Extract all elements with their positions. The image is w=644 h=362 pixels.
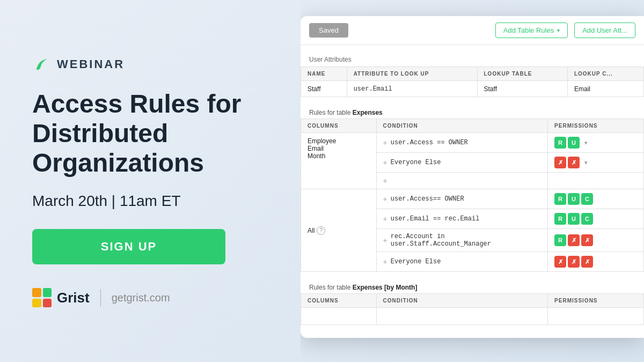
cell-condition-1: + user.Access == OWNER [376,133,548,153]
perm-badge-deny-c: ✗ [581,256,593,268]
table-row: Staff user.Email Staff Email [301,81,644,97]
col-attr: ATTRIBUTE TO LOOK UP [347,67,477,81]
cell-lookup-table: Staff [477,81,567,97]
cell-perms-3 [548,173,644,189]
add-table-rules-button[interactable]: Add Table Rules ▾ [495,23,568,38]
cell-perms-all-3: R ✗ ✗ [548,229,644,252]
help-icon: ? [317,226,325,235]
ui-card: Saved Add Table Rules ▾ Add User Att... … [301,16,644,338]
grist-leaf-icon [32,55,52,74]
add-user-attr-button[interactable]: Add User Att... [574,23,635,38]
cell-lookup-col: Email [567,81,643,97]
perm-badge-deny-r: ✗ [554,256,566,268]
expenses-month-table: COLUMNS CONDITION PERMISSIONS [301,293,644,325]
cell-condition-all-2: + user.Email == rec.Email [376,209,548,229]
vertical-divider [100,289,101,306]
perm-badge-deny-c: ✗ [581,234,593,246]
perm-badge-deny-u: ✗ [568,157,580,168]
cell-attr: user.Email [347,81,477,97]
perm-badge-deny-u: ✗ [568,234,580,246]
sq-yellow [32,299,41,308]
bottom-brand: Grist getgrist.com [32,288,268,307]
sq-orange [32,288,41,297]
perm-badge-deny-u: ✗ [568,256,580,268]
add-table-rules-label: Add Table Rules [503,26,554,34]
saved-button[interactable]: Saved [309,23,348,38]
cell-empty-perms [548,308,644,325]
col-condition-month: CONDITION [376,294,548,308]
sq-green [43,288,52,297]
cell-perms-all-4: ✗ ✗ ✗ [548,252,644,272]
cell-perms-1: R U ▾ [548,133,644,153]
user-attributes-label: User Attributes [301,53,644,67]
col-columns-month: COLUMNS [301,294,377,308]
plus-icon: + [383,257,387,266]
plus-icon: + [383,138,387,147]
left-panel: WEBINAR Access Rules for Distributed Org… [0,0,301,362]
plus-icon: + [383,158,387,167]
all-label: All [308,227,314,234]
cell-perms-all-2: R U C [548,209,644,229]
col-lookup-col: LOOKUP C... [567,67,643,81]
col-lookup-table: LOOKUP TABLE [477,67,567,81]
cell-columns-group1: Employee Email Month [301,133,377,189]
cell-condition-all-1: + user.Access== OWNER [376,189,548,209]
logo-row: WEBINAR [32,55,268,74]
cell-condition-2: + Everyone Else [376,153,548,173]
perm-badge-r: R [554,234,566,246]
brand-url: getgrist.com [112,292,170,304]
chevron-down-icon: ▾ [557,27,560,33]
cell-perms-all-1: R U C [548,189,644,209]
plus-icon: + [383,236,387,245]
col-permissions: PERMISSIONS [548,119,644,133]
content-area: User Attributes NAME ATTRIBUTE TO LOOK U… [301,45,644,338]
chevron-down-icon: ▾ [584,139,588,146]
perm-badge-u: U [568,213,580,225]
grist-squares-icon [32,288,52,307]
cell-columns-all: All ? [301,189,377,272]
cell-empty-cond [376,308,548,325]
webinar-label: WEBINAR [57,57,125,71]
perm-badge-deny-r: ✗ [554,157,566,168]
perm-badge-r: R [554,193,566,205]
col-condition: CONDITION [376,119,548,133]
cell-condition-3: + [376,173,548,189]
col-columns: COLUMNS [301,119,377,133]
chevron-down-icon: ▾ [584,159,588,166]
cell-perms-2: ✗ ✗ ▾ [548,153,644,173]
expenses-rules-header: Rules for table Expenses [301,105,644,119]
perm-badge-r: R [554,137,566,149]
signup-button[interactable]: SIGN UP [32,229,225,264]
brand-name: Grist [57,290,90,306]
table-row: Employee Email Month + user.Access == OW… [301,133,644,153]
main-title: Access Rules for Distributed Organizatio… [32,89,268,178]
plus-icon: + [383,215,387,223]
col-name: NAME [301,67,347,81]
grist-logo: Grist [32,288,90,307]
toolbar: Saved Add Table Rules ▾ Add User Att... [301,16,644,45]
expenses-table: COLUMNS CONDITION PERMISSIONS Employee E… [301,119,644,272]
user-attributes-table: NAME ATTRIBUTE TO LOOK UP LOOKUP TABLE L… [301,67,644,97]
perm-badge-u: U [568,137,580,149]
col-permissions-month: PERMISSIONS [548,294,644,308]
cell-condition-all-4: + Everyone Else [376,252,548,272]
perm-badge-c: C [581,193,593,205]
right-panel: Saved Add Table Rules ▾ Add User Att... … [301,0,644,362]
perm-badge-u: U [568,193,580,205]
cell-empty [301,308,377,325]
perm-badge-c: C [581,213,593,225]
plus-icon: + [383,195,387,203]
expenses-table-name: Expenses [353,109,383,116]
table-row [301,308,644,325]
cell-name: Staff [301,81,347,97]
cell-condition-all-3: + rec.Account in user.Staff.Account_Mana… [376,229,548,252]
plus-icon: + [383,176,387,185]
date-label: March 20th | 11am ET [32,193,268,210]
perm-badge-r: R [554,213,566,225]
sq-red [43,299,52,308]
expenses-month-table-name: Expenses [by Month] [353,284,418,291]
table-row: All ? + user.Access== OWNER [301,189,644,209]
expenses-month-rules-header: Rules for table Expenses [by Month] [301,279,644,293]
